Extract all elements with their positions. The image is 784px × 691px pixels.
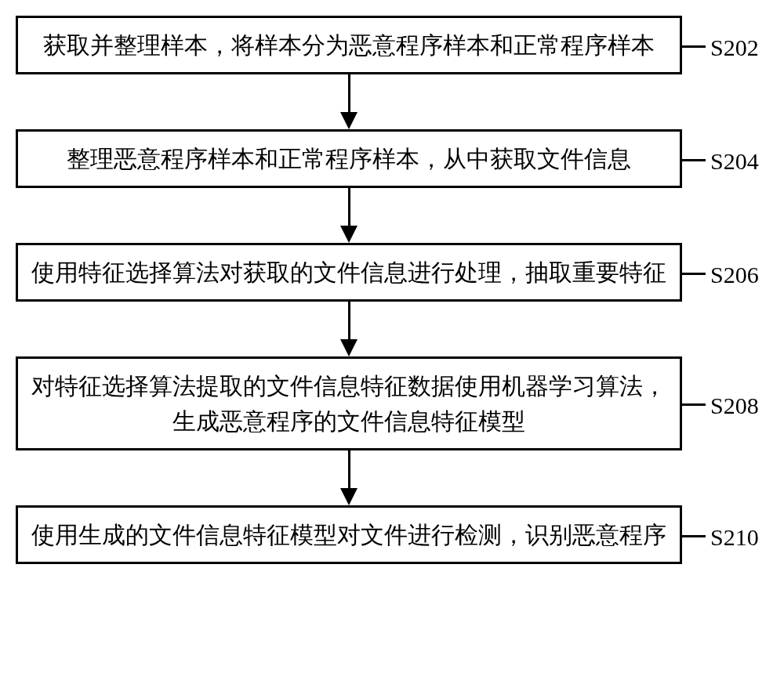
- tick-line: [682, 403, 706, 406]
- arrow-line: [348, 74, 350, 118]
- flow-step-box: 对特征选择算法提取的文件信息特征数据使用机器学习算法，生成恶意程序的文件信息特征…: [16, 356, 682, 450]
- flow-step-box: 使用特征选择算法对获取的文件信息进行处理，抽取重要特征: [16, 243, 682, 302]
- tick-line: [682, 45, 706, 48]
- flow-label-col: S210: [682, 519, 768, 551]
- flowchart-container: 获取并整理样本，将样本分为恶意程序样本和正常程序样本 S202 整理恶意程序样本…: [16, 16, 768, 564]
- arrow-head-icon: [340, 112, 358, 129]
- flow-label-col: S204: [682, 143, 768, 175]
- flow-step-label: S210: [710, 524, 759, 551]
- flow-step-label: S208: [710, 393, 759, 419]
- arrow-head-icon: [340, 226, 358, 243]
- tick-line: [682, 159, 706, 161]
- flow-row: 使用生成的文件信息特征模型对文件进行检测，识别恶意程序 S210: [16, 505, 768, 564]
- arrow-row: [16, 74, 768, 129]
- flow-step-text: 整理恶意程序样本和正常程序样本，从中获取文件信息: [67, 146, 631, 172]
- arrow-line: [348, 450, 350, 494]
- arrow-line: [348, 188, 350, 231]
- arrow: [16, 302, 682, 356]
- arrow-row: [16, 302, 768, 356]
- flow-step-box: 获取并整理样本，将样本分为恶意程序样本和正常程序样本: [16, 16, 682, 74]
- flow-step-label: S204: [710, 148, 759, 175]
- arrow-head-icon: [340, 339, 358, 356]
- tick-line: [682, 535, 706, 537]
- flow-row: 整理恶意程序样本和正常程序样本，从中获取文件信息 S204: [16, 129, 768, 188]
- arrow: [16, 188, 682, 243]
- flow-step-box: 整理恶意程序样本和正常程序样本，从中获取文件信息: [16, 129, 682, 188]
- arrow: [16, 74, 682, 129]
- flow-label-col: S202: [682, 30, 768, 61]
- flow-step-box: 使用生成的文件信息特征模型对文件进行检测，识别恶意程序: [16, 505, 682, 564]
- arrow-line: [348, 302, 350, 345]
- arrow: [16, 450, 682, 505]
- flow-step-text: 使用生成的文件信息特征模型对文件进行检测，识别恶意程序: [31, 522, 666, 548]
- flow-step-label: S206: [710, 262, 759, 288]
- flow-row: 使用特征选择算法对获取的文件信息进行处理，抽取重要特征 S206: [16, 243, 768, 302]
- flow-label-col: S206: [682, 257, 768, 288]
- flow-label-col: S208: [682, 388, 768, 419]
- tick-line: [682, 273, 706, 275]
- flow-step-label: S202: [710, 34, 759, 61]
- arrow-row: [16, 188, 768, 243]
- arrow-row: [16, 450, 768, 505]
- flow-step-text: 获取并整理样本，将样本分为恶意程序样本和正常程序样本: [43, 32, 655, 58]
- flow-step-text: 使用特征选择算法对获取的文件信息进行处理，抽取重要特征: [31, 259, 666, 285]
- arrow-head-icon: [340, 488, 358, 505]
- flow-row: 获取并整理样本，将样本分为恶意程序样本和正常程序样本 S202: [16, 16, 768, 74]
- flow-step-text: 对特征选择算法提取的文件信息特征数据使用机器学习算法，生成恶意程序的文件信息特征…: [31, 373, 666, 434]
- flow-row: 对特征选择算法提取的文件信息特征数据使用机器学习算法，生成恶意程序的文件信息特征…: [16, 356, 768, 450]
